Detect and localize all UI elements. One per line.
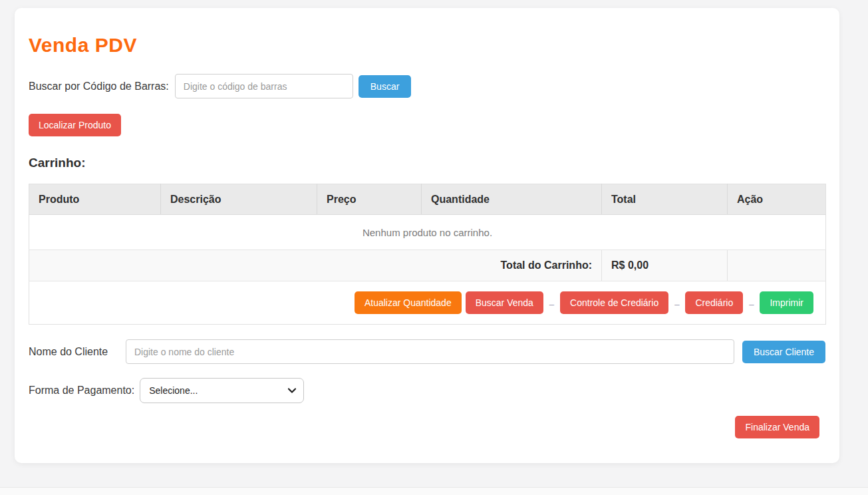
- payment-select-wrap: Selecione...: [140, 378, 304, 403]
- payment-method-label: Forma de Pagamento:: [29, 385, 134, 397]
- credit-button[interactable]: Crediário: [685, 291, 743, 314]
- search-client-button[interactable]: Buscar Cliente: [742, 341, 825, 363]
- column-header-quantidade: Quantidade: [422, 184, 602, 215]
- finalize-sale-button[interactable]: Finalizar Venda: [735, 416, 819, 438]
- pdv-card: Venda PDV Buscar por Código de Barras: B…: [15, 8, 839, 463]
- update-quantity-button[interactable]: Atualizar Quantidade: [355, 291, 462, 314]
- cart-heading: Carrinho:: [29, 156, 825, 170]
- client-name-input[interactable]: [126, 339, 734, 364]
- column-header-produto: Produto: [29, 184, 161, 215]
- locate-product-button[interactable]: Localizar Produto: [29, 114, 121, 136]
- cart-table: Produto Descrição Preço Quantidade Total…: [29, 184, 826, 325]
- client-name-label: Nome do Cliente: [29, 346, 126, 358]
- link-underscore[interactable]: _: [749, 298, 754, 314]
- payment-method-row: Forma de Pagamento: Selecione...: [29, 378, 825, 403]
- footer-divider: [0, 487, 868, 495]
- cart-actions: Atualizar Quantidade Buscar Venda _ Cont…: [29, 291, 825, 314]
- locate-product-row: Localizar Produto: [29, 114, 825, 136]
- barcode-search-row: Buscar por Código de Barras: Buscar: [29, 74, 825, 98]
- link-underscore[interactable]: _: [549, 298, 554, 314]
- finalize-row: Finalizar Venda: [29, 416, 825, 438]
- credit-control-button[interactable]: Controle de Crediário: [560, 291, 668, 314]
- cart-total-action-cell: [728, 250, 826, 281]
- column-header-descricao: Descrição: [161, 184, 317, 215]
- barcode-input[interactable]: [175, 74, 353, 98]
- barcode-search-button[interactable]: Buscar: [359, 75, 412, 98]
- column-header-total: Total: [602, 184, 728, 215]
- column-header-acao: Ação: [728, 184, 826, 215]
- print-button[interactable]: Imprimir: [760, 291, 813, 314]
- barcode-label: Buscar por Código de Barras:: [29, 81, 169, 92]
- link-underscore[interactable]: _: [674, 298, 679, 314]
- page-title: Venda PDV: [29, 33, 825, 57]
- search-sale-button[interactable]: Buscar Venda: [466, 291, 543, 314]
- empty-cart-message: Nenhum produto no carrinho.: [29, 215, 826, 250]
- column-header-preco: Preço: [317, 184, 422, 215]
- cart-actions-row: Atualizar Quantidade Buscar Venda _ Cont…: [29, 281, 826, 325]
- cart-header-row: Produto Descrição Preço Quantidade Total…: [29, 184, 826, 215]
- cart-total-row: Total do Carrinho: R$ 0,00: [29, 250, 826, 281]
- client-name-row: Nome do Cliente Buscar Cliente: [29, 339, 825, 364]
- cart-total-label: Total do Carrinho:: [29, 250, 602, 281]
- payment-method-select[interactable]: Selecione...: [140, 378, 304, 403]
- empty-cart-row: Nenhum produto no carrinho.: [29, 215, 826, 250]
- cart-total-value: R$ 0,00: [602, 250, 728, 281]
